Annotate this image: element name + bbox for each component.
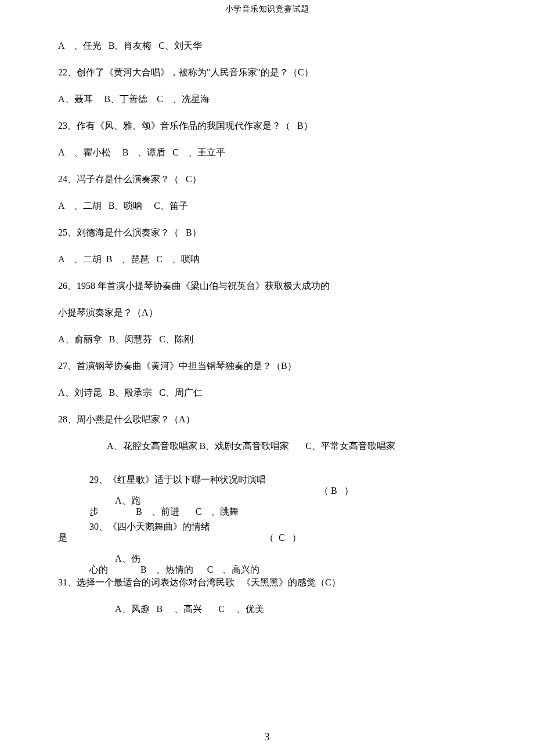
text-line: A、花腔女高音歌唱家 B、戏剧女高音歌唱家 C、平常女高音歌唱家 [107,441,476,451]
text-line: A 、瞿小松 B 、谭盾 C 、王立平 [58,147,476,158]
text-line: 25、刘德海是什么演奏家？（ B） [58,227,476,238]
document-body: A 、任光 B、肖友梅 C、刘天华 22、创作了《黄河大合唱》，被称为"人民音乐… [58,41,476,614]
page-number: 3 [0,731,534,743]
page-title: 小学音乐知识竞赛试题 [0,0,534,15]
text-line: A、聂耳 B、丁善德 C 、冼星海 [58,94,476,104]
text-line: A 、任光 B、肖友梅 C、刘天华 [58,41,476,51]
text-line: A 、二胡 B、唢呐 C、笛子 [58,201,476,211]
text-line: 31、选择一个最适合的词表达你对台湾民歌 《天黑黑》的感觉（C） [58,577,476,588]
text-line: 28、周小燕是什么歌唱家？（A） [58,414,476,425]
answer-marker: （ C ） [265,533,301,542]
text-line: A、风趣 B 、高兴 C 、优美 [115,604,476,614]
text-line: A、俞丽拿 B、闵慧芬 C、陈刚 [58,334,476,345]
text-line: 步 B 、前进 C 、跳舞 [89,507,476,517]
text-line: A 、二胡 B 、琵琶 C 、唢呐 [58,254,476,265]
text-line: 23、作有《风、雅、颂》音乐作品的我国现代作家是？（ B） [58,121,476,131]
text-line: 小提琴演奏家是？（A） [58,308,476,318]
answer-marker: （ B ） [319,486,353,496]
text-line: A、刘诗昆 B、殷承宗 C、周广仁 [58,388,476,398]
text-line: A、伤 [115,554,476,564]
text-line: 30、《四小天鹅舞曲》的情绪 [89,522,476,532]
text-fragment: 是 [58,533,67,542]
text-line: A、跑 [115,495,476,506]
text-line: 心的 B 、热情的 C 、高兴的 [89,565,476,575]
text-line: 27、首演钢琴协奏曲《黄河》中担当钢琴独奏的是？（B） [58,361,476,371]
text-line: 26、1958 年首演小提琴协奏曲《梁山伯与祝英台》获取极大成功的 [58,281,476,291]
text-line: 22、创作了《黄河大合唱》，被称为"人民音乐家"的是？（C） [58,67,476,78]
text-line: 29、《红星歌》适于以下哪一种状况时演唱 [89,475,476,485]
text-line: 是（ C ） [58,533,476,543]
text-line: 24、冯子存是什么演奏家？（ C） [58,174,476,185]
